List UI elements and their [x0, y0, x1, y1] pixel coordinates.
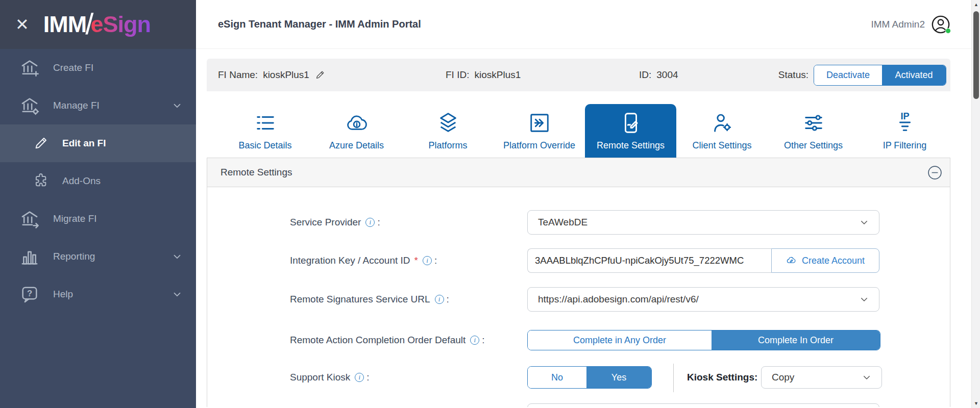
app-logo: IMM/eSign: [43, 8, 151, 42]
fi-name-label: FI Name:: [218, 69, 258, 81]
logo-esign: eSign: [90, 11, 151, 38]
svg-text:?: ?: [27, 289, 32, 298]
service-url-select[interactable]: https://api.adobesign.com/api/rest/v6/: [527, 287, 879, 312]
create-account-label: Create Account: [802, 256, 865, 266]
panel-body: Service Provider i : TeAWebDE Integratio…: [207, 187, 950, 407]
topbar: eSign Tenant Manager - IMM Admin Portal …: [196, 0, 980, 49]
close-icon[interactable]: ✕: [15, 16, 29, 33]
online-status-dot: [945, 28, 951, 34]
sidebar-menu: Create FI Manage FI Edit an FI: [0, 49, 196, 313]
puzzle-icon: [33, 173, 49, 189]
kiosk-settings-select[interactable]: Copy: [761, 366, 882, 389]
tab-client-settings[interactable]: Client Settings: [676, 104, 768, 158]
complete-in-order-option[interactable]: Complete In Order: [712, 330, 880, 350]
tab-label: Platform Override: [503, 140, 575, 151]
fi-id-value: kioskPlus1: [474, 69, 521, 81]
id-group: ID: 3004: [639, 59, 678, 91]
sidebar-item-manage-fi[interactable]: Manage FI: [0, 87, 196, 124]
chevron-down-icon: [860, 218, 869, 227]
activated-button[interactable]: Activated: [882, 65, 946, 85]
create-account-button[interactable]: Create Account: [771, 248, 879, 273]
edit-fi-name-icon[interactable]: [314, 69, 326, 81]
bank-arrow-icon: [19, 209, 40, 229]
sidebar-item-label: Migrate FI: [53, 213, 97, 224]
panel-title: Remote Settings: [220, 167, 292, 178]
info-icon[interactable]: i: [355, 373, 364, 382]
tab-remote-settings[interactable]: Remote Settings: [585, 104, 676, 158]
sidebar-item-label: Create FI: [53, 62, 93, 73]
collapse-panel-icon[interactable]: [927, 165, 943, 181]
id-label: ID:: [639, 69, 651, 81]
tab-label: IP Filtering: [883, 140, 927, 151]
bar-chart-icon: [19, 246, 40, 267]
info-icon[interactable]: i: [365, 218, 375, 227]
scroll-down-arrow[interactable]: ▼: [972, 399, 980, 407]
tab-azure-details[interactable]: Azure Details: [311, 104, 402, 158]
info-icon[interactable]: i: [423, 256, 432, 265]
sidebar-item-create-fi[interactable]: Create FI: [0, 49, 196, 87]
sidebar-item-label: Reporting: [53, 251, 95, 262]
status-label: Status:: [778, 69, 808, 81]
bank-gear-icon: [19, 95, 40, 116]
service-url-value: https://api.adobesign.com/api/rest/v6/: [538, 294, 699, 305]
scrollbar-thumb[interactable]: [973, 11, 979, 99]
sidebar-item-help[interactable]: ? Help: [0, 275, 196, 313]
sidebar-item-reporting[interactable]: Reporting: [0, 238, 196, 275]
info-icon[interactable]: i: [435, 295, 444, 304]
sidebar-header: ✕ IMM/eSign: [0, 0, 196, 49]
tab-platforms[interactable]: Platforms: [402, 104, 494, 158]
tab-label: Client Settings: [692, 140, 751, 151]
help-bubble-icon: ?: [19, 284, 40, 304]
integration-key-input[interactable]: [527, 248, 771, 273]
info-icon[interactable]: i: [470, 336, 479, 345]
username: IMM Admin2: [871, 19, 925, 30]
id-value: 3004: [656, 69, 678, 81]
kiosk-yes-option[interactable]: Yes: [586, 367, 651, 388]
main-area: eSign Tenant Manager - IMM Admin Portal …: [196, 0, 980, 408]
integration-key-row: Create Account: [527, 248, 879, 273]
page-title: eSign Tenant Manager - IMM Admin Portal: [218, 18, 421, 30]
status-group: Status: Deactivate Activated: [778, 59, 946, 91]
service-provider-label: Service Provider i :: [290, 210, 380, 235]
fi-name-group: FI Name: kioskPlus1: [218, 59, 326, 91]
tab-platform-override[interactable]: Platform Override: [494, 104, 585, 158]
cloud-pen-icon: [786, 255, 797, 266]
chevron-down-icon: [860, 295, 869, 304]
avatar[interactable]: [931, 15, 950, 34]
support-kiosk-label: Support Kiosk i :: [290, 366, 370, 389]
support-kiosk-toggle: No Yes: [527, 366, 652, 389]
fi-summary-bar: FI Name: kioskPlus1 FI ID: kioskPlus1 ID…: [207, 59, 950, 91]
service-provider-select[interactable]: TeAWebDE: [527, 210, 879, 235]
tab-label: Remote Settings: [597, 140, 665, 151]
svg-text:IP: IP: [900, 111, 909, 121]
sidebar-item-label: Help: [53, 289, 73, 300]
sidebar-item-add-ons[interactable]: Add-Ons: [0, 162, 196, 200]
remote-settings-panel: Remote Settings Service Provider i : TeA…: [207, 158, 950, 407]
tab-label: Other Settings: [784, 140, 843, 151]
tab-basic-details[interactable]: Basic Details: [219, 104, 311, 158]
kiosk-no-option[interactable]: No: [528, 367, 586, 388]
sidebar: ✕ IMM/eSign Create FI Manage FI: [0, 0, 196, 408]
complete-any-order-option[interactable]: Complete in Any Order: [528, 330, 712, 350]
deactivate-button[interactable]: Deactivate: [814, 65, 882, 85]
chevron-down-icon: [172, 100, 183, 111]
user-menu[interactable]: IMM Admin2: [871, 15, 950, 34]
vertical-divider: [673, 364, 674, 392]
chevron-down-icon: [172, 289, 183, 300]
sidebar-item-migrate-fi[interactable]: Migrate FI: [0, 200, 196, 238]
required-asterisk: *: [414, 255, 418, 266]
tab-other-settings[interactable]: Other Settings: [768, 104, 859, 158]
logo-imm: IMM: [43, 11, 86, 38]
chevron-down-icon: [172, 251, 183, 262]
tab-bar: Basic Details Azure Details Platforms Pl…: [207, 104, 950, 158]
completion-order-toggle: Complete in Any Order Complete In Order: [527, 330, 880, 350]
fi-id-label: FI ID:: [446, 69, 469, 81]
sidebar-item-label: Manage FI: [53, 100, 100, 111]
service-provider-value: TeAWebDE: [538, 217, 587, 228]
fi-name-value: kioskPlus1: [263, 69, 309, 81]
scroll-up-arrow[interactable]: ▲: [972, 1, 980, 9]
pencil-icon: [33, 135, 49, 151]
sidebar-item-edit-an-fi[interactable]: Edit an FI: [0, 124, 196, 162]
tab-ip-filtering[interactable]: IP IP Filtering: [859, 104, 950, 158]
tab-label: Azure Details: [329, 140, 384, 151]
